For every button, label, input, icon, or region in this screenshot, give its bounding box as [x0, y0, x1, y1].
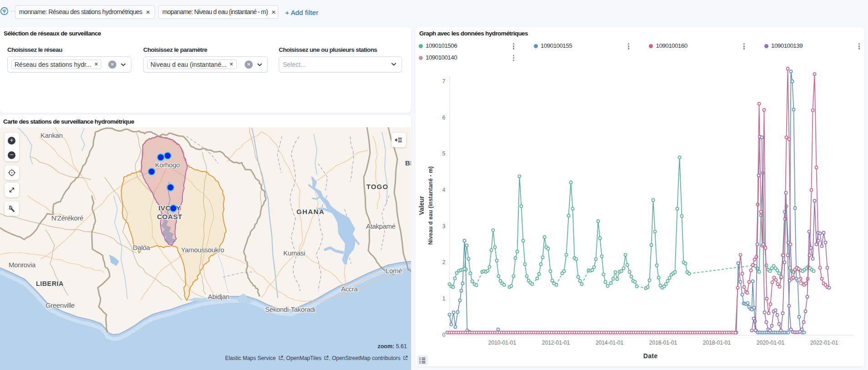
svg-text:COAST: COAST: [157, 213, 182, 220]
svg-text:Greenville: Greenville: [45, 301, 75, 309]
svg-text:2018-01-01: 2018-01-01: [702, 340, 731, 346]
svg-text:Atakpamé: Atakpamé: [366, 222, 396, 230]
svg-text:1: 1: [442, 295, 445, 302]
svg-text:N'Zérékoré: N'Zérékoré: [51, 214, 83, 222]
svg-text:Kumasi: Kumasi: [283, 249, 305, 257]
svg-text:Sekondi-Takoradi: Sekondi-Takoradi: [265, 305, 315, 313]
svg-text:BI: BI: [405, 159, 411, 167]
svg-text:Valeur: Valeur: [417, 195, 425, 215]
svg-text:Date: Date: [643, 352, 657, 360]
svg-text:4: 4: [442, 187, 445, 193]
svg-text:0: 0: [442, 332, 445, 338]
svg-text:Daloa: Daloa: [133, 244, 150, 251]
svg-text:2016-01-01: 2016-01-01: [649, 340, 677, 346]
svg-text:2: 2: [442, 259, 445, 265]
svg-text:Yamoussoukro: Yamoussoukro: [181, 246, 224, 254]
svg-text:Abidjan: Abidjan: [208, 293, 230, 300]
svg-text:Kankan: Kankan: [40, 131, 63, 139]
svg-text:2020-01-01: 2020-01-01: [756, 340, 784, 346]
svg-text:5: 5: [442, 150, 445, 157]
svg-text:2010-01-01: 2010-01-01: [488, 340, 516, 346]
svg-text:Monrovia: Monrovia: [9, 261, 36, 269]
svg-text:Niveau d eau (instantané - m): Niveau d eau (instantané - m): [427, 166, 433, 245]
svg-text:Korhogo: Korhogo: [155, 161, 180, 169]
svg-text:2014-01-01: 2014-01-01: [595, 340, 623, 346]
svg-text:Lomé: Lomé: [386, 267, 402, 275]
svg-text:6: 6: [442, 115, 445, 121]
svg-text:Accra: Accra: [341, 285, 358, 293]
svg-text:2012-01-01: 2012-01-01: [542, 340, 570, 346]
svg-text:LIBERIA: LIBERIA: [36, 280, 64, 287]
svg-text:GHANA: GHANA: [296, 208, 325, 215]
svg-text:TOGO: TOGO: [366, 183, 389, 190]
svg-text:7: 7: [442, 78, 445, 85]
svg-text:3: 3: [442, 223, 445, 230]
svg-text:2022-01-01: 2022-01-01: [810, 340, 838, 346]
